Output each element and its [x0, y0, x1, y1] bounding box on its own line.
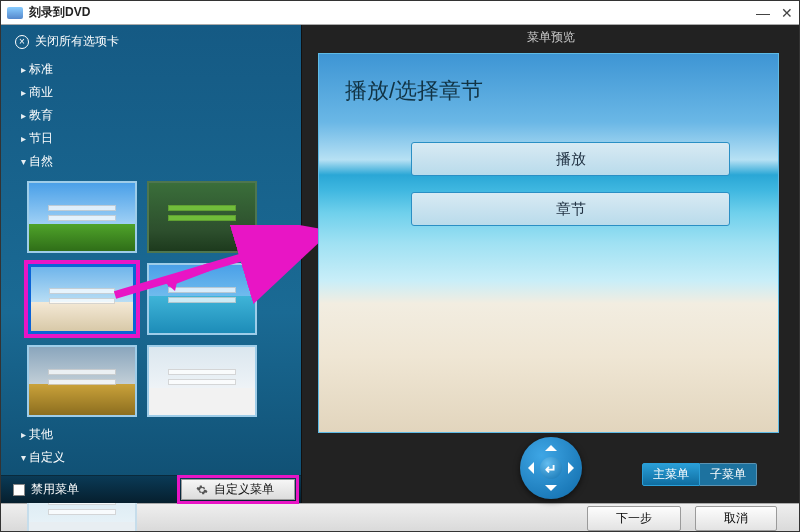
gear-icon — [196, 484, 208, 496]
cat-education[interactable]: 教育 — [21, 104, 291, 127]
cat-standard[interactable]: 标准 — [21, 58, 291, 81]
nature-thumbnails — [1, 177, 301, 423]
window-title: 刻录到DVD — [29, 4, 751, 21]
template-thumb[interactable] — [27, 181, 137, 253]
template-thumb[interactable] — [147, 263, 257, 335]
disable-menu-checkbox[interactable]: 禁用菜单 — [1, 476, 181, 503]
disable-menu-label: 禁用菜单 — [31, 481, 79, 498]
template-thumb[interactable] — [147, 345, 257, 417]
preview-chapters-button[interactable]: 章节 — [411, 192, 730, 226]
checkbox-icon — [13, 484, 25, 496]
close-all-label: 关闭所有选项卡 — [35, 33, 119, 50]
template-thumb-selected[interactable] — [27, 263, 137, 335]
minimize-button[interactable]: — — [751, 5, 775, 21]
app-icon — [7, 7, 23, 19]
tab-main-menu[interactable]: 主菜单 — [642, 463, 700, 486]
dpad-right[interactable] — [568, 462, 580, 474]
template-thumb[interactable] — [27, 345, 137, 417]
template-sidebar: × 关闭所有选项卡 标准 商业 教育 节日 自然 — [1, 25, 301, 503]
customize-menu-label: 自定义菜单 — [214, 481, 274, 498]
cat-holiday[interactable]: 节日 — [21, 127, 291, 150]
close-all-icon: × — [15, 35, 29, 49]
template-thumb[interactable] — [147, 181, 257, 253]
cat-other[interactable]: 其他 — [21, 423, 291, 446]
close-all-tabs[interactable]: × 关闭所有选项卡 — [1, 25, 301, 58]
cat-custom[interactable]: 自定义 — [21, 446, 291, 469]
dpad-down[interactable] — [545, 485, 557, 497]
next-button[interactable]: 下一步 — [587, 506, 681, 531]
preview-title: 播放/选择章节 — [345, 76, 483, 106]
preview-play-button[interactable]: 播放 — [411, 142, 730, 176]
cat-business[interactable]: 商业 — [21, 81, 291, 104]
tab-sub-menu[interactable]: 子菜单 — [700, 463, 757, 486]
dpad-left[interactable] — [522, 462, 534, 474]
dpad: ↵ — [520, 437, 582, 499]
menu-preview: 播放/选择章节 播放 章节 — [318, 53, 779, 433]
cat-nature[interactable]: 自然 — [21, 150, 291, 173]
dpad-enter[interactable] — [540, 457, 562, 479]
customize-menu-button[interactable]: 自定义菜单 — [181, 479, 295, 500]
close-button[interactable]: ✕ — [775, 5, 799, 21]
preview-header: 菜单预览 — [302, 25, 799, 49]
dpad-up[interactable] — [545, 439, 557, 451]
cancel-button[interactable]: 取消 — [695, 506, 777, 531]
